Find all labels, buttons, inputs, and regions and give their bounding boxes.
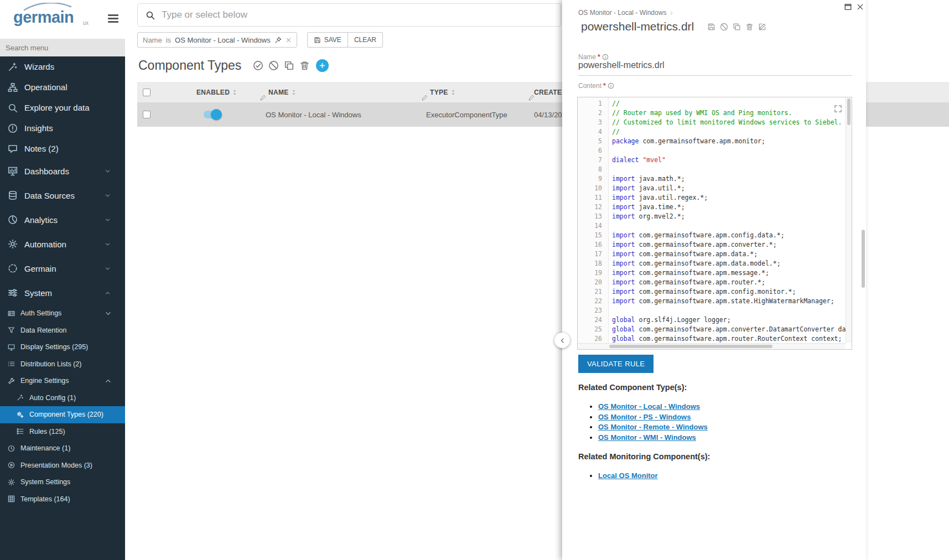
edit-icon[interactable] — [758, 23, 766, 31]
sort-icon — [450, 89, 457, 96]
search-icon — [146, 11, 155, 20]
list-icon — [8, 360, 15, 367]
sidebar-subitem[interactable]: Display Settings (295) — [0, 339, 125, 356]
chevron-right-icon — [669, 11, 674, 15]
logo-text: germain — [13, 9, 83, 25]
wand-icon — [8, 62, 18, 72]
related-components-heading: Related Monitoring Component(s): — [578, 452, 710, 461]
logo-sub: ux — [82, 20, 89, 26]
ban-circle-icon[interactable] — [720, 23, 728, 31]
sidebar-subitem[interactable]: Rules (125) — [0, 423, 125, 440]
detail-panel: OS Monitor - Local - Windows powershell-… — [562, 0, 866, 560]
sidebar-subitem[interactable]: Component Types (220) — [0, 406, 125, 423]
sidebar-item[interactable]: Insights — [0, 118, 125, 138]
sidebar-header: germain ux — [0, 0, 125, 39]
panel-collapse-button[interactable] — [554, 333, 570, 348]
related-type-link[interactable]: OS Monitor - Remote - Windows — [598, 423, 708, 431]
sidebar-item[interactable]: Explore your data — [0, 97, 125, 118]
related-type-link[interactable]: OS Monitor - Local - Windows — [598, 402, 700, 411]
panel-scrollbar-thumb[interactable] — [862, 230, 865, 288]
panel-title-row: powershell-metrics.drl — [581, 20, 766, 33]
ban-circle-icon[interactable] — [268, 60, 279, 71]
copy-icon[interactable] — [733, 23, 741, 31]
sidebar-search-input[interactable] — [6, 44, 120, 52]
database-icon — [8, 190, 18, 200]
sidebar-subitem[interactable]: Data Retention — [0, 322, 125, 339]
copy-icon[interactable] — [284, 60, 294, 71]
sidebar-subitem[interactable]: Auto Config (1) — [0, 390, 125, 407]
column-filter-icon[interactable] — [260, 95, 266, 101]
fullscreen-icon[interactable] — [834, 105, 842, 113]
sidebar-subitem[interactable]: Presentation Modes (3) — [0, 457, 125, 474]
global-filter-bar — [137, 3, 561, 27]
sidebar-item[interactable]: Wizards — [0, 56, 125, 77]
save-filter-button[interactable]: SAVE — [307, 32, 348, 48]
sidebar-subitem[interactable]: Maintenance (1) — [0, 440, 125, 457]
sidebar: germain ux Wizards — [0, 0, 125, 560]
page-header: Component Types — [138, 57, 329, 74]
wrench-icon — [8, 377, 15, 385]
trash-icon[interactable] — [299, 60, 310, 71]
sidebar-subitem[interactable]: Templates (164) — [0, 491, 125, 508]
sidebar-subitem[interactable]: Engine Settings — [0, 372, 125, 390]
editor-gutter: 1234567891011121314151617181920212223242… — [578, 97, 609, 343]
cell-created: 04/13/202 — [534, 111, 566, 119]
chevron-down-icon — [105, 241, 111, 247]
trash-icon[interactable] — [745, 23, 754, 31]
v-scrollbar-thumb[interactable] — [847, 98, 851, 125]
validate-rule-button[interactable]: VALIDATE RULE — [578, 355, 654, 373]
sidebar-item[interactable]: Automation — [0, 232, 125, 256]
related-type-link[interactable]: OS Monitor - PS - Windows — [598, 413, 691, 421]
sidebar-search — [0, 39, 125, 56]
add-component-type-button[interactable] — [316, 59, 329, 72]
page-title: Component Types — [138, 58, 241, 73]
remove-filter-icon[interactable] — [286, 37, 292, 43]
column-header-name[interactable]: NAME — [268, 89, 297, 96]
breadcrumb[interactable]: OS Monitor - Local - Windows — [578, 9, 674, 17]
chip-field: Name — [143, 36, 162, 44]
enabled-toggle[interactable] — [204, 111, 220, 118]
select-all-checkbox[interactable] — [143, 89, 151, 96]
related-component-link[interactable]: Local OS Monitor — [598, 471, 658, 480]
editor-h-scrollbar — [578, 343, 846, 349]
code-editor[interactable]: 1234567891011121314151617181920212223242… — [577, 97, 852, 350]
sidebar-subitem[interactable]: Auth Settings — [0, 305, 125, 322]
sidebar-subitem[interactable]: System Settings — [0, 474, 125, 491]
sidebar-subitem[interactable]: Distribution Lists (2) — [0, 356, 125, 373]
cogs-icon — [17, 411, 24, 418]
chevron-up-icon — [105, 377, 112, 385]
check-circle-icon[interactable] — [253, 60, 263, 71]
comment-icon — [8, 144, 18, 154]
pin-icon[interactable] — [274, 37, 282, 44]
filter-search-input[interactable] — [162, 9, 553, 20]
sidebar-item[interactable]: Notes (2) — [0, 138, 125, 159]
maximize-icon[interactable] — [844, 3, 852, 11]
menu-toggle-icon[interactable] — [108, 14, 118, 24]
related-type-link[interactable]: OS Monitor - WMI - Windows — [598, 433, 696, 442]
sidebar-item[interactable]: Dashboards — [0, 159, 125, 183]
related-type-item: OS Monitor - WMI - Windows — [598, 433, 708, 443]
save-icon — [314, 37, 321, 44]
column-filter-icon[interactable] — [422, 95, 428, 101]
name-field-label: Name* — [578, 53, 609, 61]
h-scrollbar-thumb[interactable] — [609, 345, 772, 348]
sidebar-item[interactable]: Operational — [0, 77, 125, 97]
rules-icon — [17, 428, 24, 435]
related-type-item: OS Monitor - Remote - Windows — [598, 422, 708, 433]
editor-code[interactable]: //// Router map used by WMI OS and Ping … — [609, 97, 846, 343]
row-checkbox[interactable] — [143, 111, 151, 118]
floppy-icon[interactable] — [707, 23, 715, 31]
filter-buttons: SAVE CLEAR — [307, 32, 383, 48]
clock-icon — [8, 445, 15, 452]
sidebar-item[interactable]: System — [0, 281, 125, 305]
info-icon — [608, 82, 614, 89]
sidebar-item[interactable]: Germain — [0, 256, 125, 281]
sidebar-item[interactable]: Analytics — [0, 208, 125, 232]
column-header-enabled[interactable]: ENABLED — [196, 89, 238, 96]
sidebar-item[interactable]: Data Sources — [0, 183, 125, 208]
rule-name-input[interactable] — [578, 60, 852, 76]
clear-filter-button[interactable]: CLEAR — [348, 32, 383, 48]
sidebar-nav: Wizards Operational Explore your data — [0, 56, 125, 560]
app-window: germain ux Wizards — [0, 0, 949, 560]
column-header-type[interactable]: TYPE — [430, 89, 457, 96]
